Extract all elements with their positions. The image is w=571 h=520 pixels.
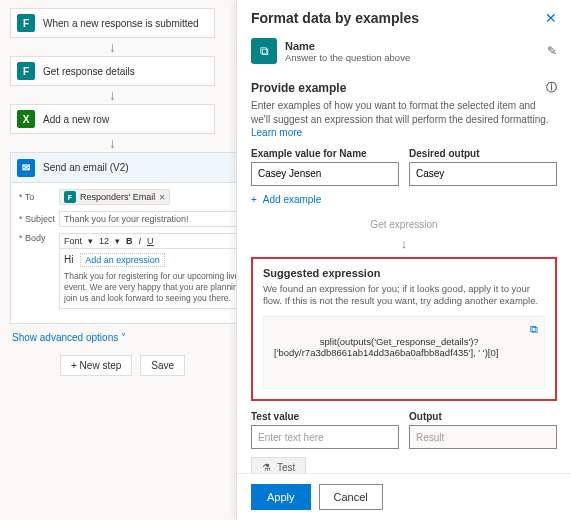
step-title: Add a new row bbox=[43, 114, 109, 125]
desired-output-label: Desired output bbox=[409, 148, 557, 159]
chevron-down-icon[interactable]: ▾ bbox=[88, 236, 93, 246]
trigger-step[interactable]: F When a new response is submitted bbox=[10, 8, 215, 38]
add-example-link[interactable]: Add example bbox=[251, 194, 557, 205]
body-hi: Hi bbox=[64, 254, 73, 265]
provide-example-desc: Enter examples of how you want to format… bbox=[251, 99, 557, 140]
outlook-icon: ✉ bbox=[17, 159, 35, 177]
action-add-row[interactable]: X Add a new row bbox=[10, 104, 215, 134]
close-icon[interactable]: ✕ bbox=[545, 10, 557, 26]
action-get-response[interactable]: F Get response details bbox=[10, 56, 215, 86]
size-select[interactable]: 12 bbox=[99, 236, 109, 246]
panel-title: Format data by examples bbox=[251, 10, 419, 26]
example-value-input[interactable] bbox=[251, 162, 399, 186]
copy-icon[interactable]: ⧉ bbox=[530, 323, 538, 336]
new-step-button[interactable]: + New step bbox=[60, 355, 132, 376]
step-title: When a new response is submitted bbox=[43, 18, 199, 29]
apply-button[interactable]: Apply bbox=[251, 484, 311, 510]
desired-output-input[interactable] bbox=[409, 162, 557, 186]
step-title: Get response details bbox=[43, 66, 135, 77]
body-editor[interactable]: Hi Add an expression Thank you for regis… bbox=[59, 249, 259, 309]
forms-icon: F bbox=[64, 191, 76, 203]
suggested-desc: We found an expression for you; if it lo… bbox=[263, 283, 545, 309]
excel-icon: X bbox=[17, 110, 35, 128]
info-icon[interactable]: ⓘ bbox=[546, 80, 557, 95]
arrow-down-icon: ↓ bbox=[10, 86, 215, 104]
learn-more-link[interactable]: Learn more bbox=[251, 127, 302, 138]
item-subtitle: Answer to the question above bbox=[285, 52, 539, 63]
format-data-panel: Format data by examples ✕ ⧉ Name Answer … bbox=[236, 0, 571, 520]
provide-example-heading: Provide example bbox=[251, 81, 346, 95]
example-value-label: Example value for Name bbox=[251, 148, 399, 159]
subject-input[interactable]: Thank you for your registration! bbox=[59, 211, 259, 227]
forms-icon: F bbox=[17, 14, 35, 32]
edit-icon[interactable]: ✎ bbox=[547, 44, 557, 58]
chevron-down-icon: ˅ bbox=[121, 332, 126, 343]
to-chip[interactable]: F Responders' Email × bbox=[59, 189, 170, 205]
test-value-label: Test value bbox=[251, 411, 399, 422]
expression-code: split(outputs('Get_response_details')? [… bbox=[263, 316, 545, 389]
arrow-down-icon: ↓ bbox=[251, 236, 557, 251]
subject-label: * Subject bbox=[19, 214, 59, 224]
add-expression-chip[interactable]: Add an expression bbox=[80, 253, 165, 267]
bold-icon[interactable]: B bbox=[126, 236, 133, 246]
beaker-icon: ⚗ bbox=[262, 462, 271, 473]
item-name: Name bbox=[285, 40, 539, 52]
underline-icon[interactable]: U bbox=[147, 236, 154, 246]
arrow-down-icon: ↓ bbox=[10, 38, 215, 56]
cancel-button[interactable]: Cancel bbox=[319, 484, 383, 510]
body-text: Thank you for registering for our upcomi… bbox=[64, 271, 254, 304]
forms-icon: ⧉ bbox=[251, 38, 277, 64]
rich-toolbar[interactable]: Font▾ 12▾ B I U bbox=[59, 233, 259, 249]
suggested-expression-box: Suggested expression We found an express… bbox=[251, 257, 557, 402]
suggested-heading: Suggested expression bbox=[263, 267, 545, 279]
arrow-down-icon: ↓ bbox=[10, 134, 215, 152]
remove-chip-icon[interactable]: × bbox=[159, 192, 165, 203]
chip-label: Responders' Email bbox=[80, 192, 155, 202]
get-expression-button: Get expression bbox=[251, 219, 557, 230]
output-display bbox=[409, 425, 557, 449]
test-button[interactable]: ⚗ Test bbox=[251, 457, 306, 473]
step-title: Send an email (V2) bbox=[43, 162, 129, 173]
forms-icon: F bbox=[17, 62, 35, 80]
output-label: Output bbox=[409, 411, 557, 422]
font-select[interactable]: Font bbox=[64, 236, 82, 246]
to-label: * To bbox=[19, 192, 59, 202]
save-button[interactable]: Save bbox=[140, 355, 185, 376]
chevron-down-icon[interactable]: ▾ bbox=[115, 236, 120, 246]
italic-icon[interactable]: I bbox=[139, 236, 142, 246]
test-value-input[interactable] bbox=[251, 425, 399, 449]
body-label: * Body bbox=[19, 233, 59, 243]
